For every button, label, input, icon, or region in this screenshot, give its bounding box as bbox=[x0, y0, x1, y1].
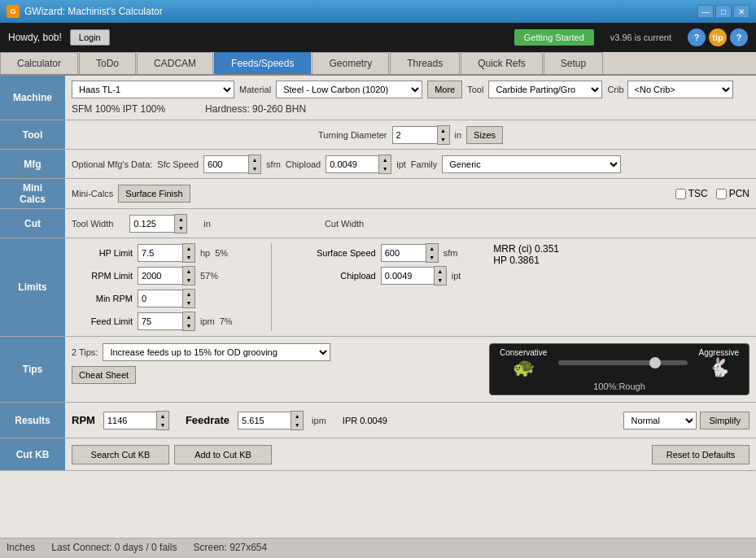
chipload-spinbox[interactable]: ▲ ▼ bbox=[326, 155, 391, 174]
surface-speed-input[interactable] bbox=[381, 244, 426, 262]
feed-limit-up[interactable]: ▲ bbox=[183, 312, 194, 321]
sizes-button[interactable]: Sizes bbox=[466, 126, 503, 144]
hp-limit-spinbox[interactable]: ▲ ▼ bbox=[138, 243, 195, 263]
hp-limit-up[interactable]: ▲ bbox=[183, 244, 194, 253]
tab-todo[interactable]: ToDo bbox=[79, 52, 136, 74]
feed-limit-input[interactable] bbox=[138, 312, 182, 330]
feedrate-down[interactable]: ▼ bbox=[291, 421, 303, 429]
tool-width-down[interactable]: ▼ bbox=[175, 224, 186, 233]
help-button-1[interactable]: ? bbox=[688, 28, 706, 46]
cutkb-content: Search Cut KB Add to Cut KB Reset to Def… bbox=[65, 438, 756, 470]
feedrate-up[interactable]: ▲ bbox=[291, 412, 303, 421]
hp-limit-down[interactable]: ▼ bbox=[183, 253, 194, 262]
sfc-speed-down[interactable]: ▼ bbox=[249, 164, 260, 173]
titlebar: G GWizard: Machinist's Calculator — □ ✕ bbox=[0, 0, 756, 23]
sfc-speed-input[interactable] bbox=[203, 155, 248, 173]
material-select[interactable]: Steel - Low Carbon (1020) bbox=[276, 81, 422, 98]
machine-select[interactable]: Haas TL-1 bbox=[72, 81, 234, 98]
tool-width-unit: in bbox=[203, 219, 211, 229]
tips-dropdown[interactable]: Increase feeds up to 15% for OD grooving bbox=[103, 343, 330, 361]
search-cutkb-button[interactable]: Search Cut KB bbox=[72, 445, 169, 464]
chipload-limits-label: Chipload bbox=[295, 271, 376, 281]
min-rpm-input[interactable] bbox=[138, 290, 182, 307]
close-button[interactable]: ✕ bbox=[733, 5, 749, 18]
tool-width-spinbox[interactable]: ▲ ▼ bbox=[129, 214, 187, 233]
chipload-limits-down[interactable]: ▼ bbox=[435, 276, 446, 285]
tab-cadcam[interactable]: CADCAM bbox=[137, 52, 213, 74]
surface-speed-down[interactable]: ▼ bbox=[426, 253, 438, 262]
tab-threads[interactable]: Threads bbox=[390, 52, 460, 74]
surface-speed-up[interactable]: ▲ bbox=[426, 244, 438, 253]
feed-limit-down[interactable]: ▼ bbox=[183, 321, 194, 330]
tool-section-label: Tool bbox=[0, 120, 65, 149]
simplify-button[interactable]: Simplify bbox=[700, 412, 749, 429]
turning-diameter-down[interactable]: ▼ bbox=[438, 135, 449, 144]
crib-select[interactable]: <No Crib> bbox=[627, 81, 733, 98]
minimize-button[interactable]: — bbox=[697, 5, 714, 18]
feedrate-input[interactable] bbox=[238, 412, 291, 429]
sfc-speed-up[interactable]: ▲ bbox=[249, 155, 260, 164]
min-rpm-spinbox[interactable]: ▲ ▼ bbox=[138, 289, 195, 308]
rpm-limit-down[interactable]: ▼ bbox=[183, 276, 194, 285]
rpm-result-spinbox[interactable]: ▲ ▼ bbox=[103, 411, 169, 430]
more-button[interactable]: More bbox=[427, 81, 462, 98]
login-button[interactable]: Login bbox=[70, 29, 110, 46]
tip-button[interactable]: tip bbox=[709, 28, 727, 46]
mrr-text: MRR (ci) 0.351 bbox=[493, 243, 559, 255]
hp-limit-input[interactable] bbox=[138, 244, 182, 262]
normal-select[interactable]: Normal bbox=[623, 412, 697, 429]
rpm-limit-input[interactable] bbox=[138, 267, 182, 285]
turning-diameter-up[interactable]: ▲ bbox=[438, 126, 449, 135]
slider-thumb[interactable] bbox=[649, 357, 661, 368]
tab-quick-refs[interactable]: Quick Refs bbox=[461, 52, 543, 74]
mini-calcs-content: Mini-Calcs Surface Finish TSC PCN bbox=[65, 179, 756, 208]
feedrate-spinbox[interactable]: ▲ ▼ bbox=[238, 411, 304, 430]
surface-finish-button[interactable]: Surface Finish bbox=[118, 185, 190, 203]
feed-limit-spinbox[interactable]: ▲ ▼ bbox=[138, 312, 195, 331]
chipload-limits-input[interactable] bbox=[381, 267, 434, 285]
rpm-down[interactable]: ▼ bbox=[157, 421, 168, 429]
rpm-result-label: RPM bbox=[72, 414, 95, 426]
turning-diameter-input[interactable] bbox=[392, 126, 437, 144]
tab-feeds-speeds[interactable]: Feeds/Speeds bbox=[214, 52, 311, 74]
cheat-sheet-button[interactable]: Cheat Sheet bbox=[72, 366, 136, 384]
chipload-limits-up[interactable]: ▲ bbox=[435, 267, 446, 276]
tab-calculator[interactable]: Calculator bbox=[0, 52, 78, 74]
rpm-limit-spinbox[interactable]: ▲ ▼ bbox=[138, 266, 195, 286]
min-rpm-down[interactable]: ▼ bbox=[183, 299, 194, 307]
window-controls[interactable]: — □ ✕ bbox=[697, 5, 749, 18]
chipload-limits-spinbox[interactable]: ▲ ▼ bbox=[381, 266, 447, 286]
crib-label: Crib bbox=[607, 85, 623, 94]
results-label: Results bbox=[0, 403, 65, 438]
pcn-checkbox[interactable] bbox=[716, 189, 727, 199]
tab-setup[interactable]: Setup bbox=[544, 52, 603, 74]
rpm-result-input[interactable] bbox=[103, 412, 156, 429]
chipload-input[interactable] bbox=[326, 155, 378, 173]
min-rpm-label: Min RPM bbox=[72, 294, 133, 303]
turning-diameter-spinbox[interactable]: ▲ ▼ bbox=[392, 125, 450, 145]
tsc-checkbox[interactable] bbox=[675, 189, 686, 199]
main-content: Machine Haas TL-1 Material Steel - Low C… bbox=[0, 76, 756, 538]
feed-limit-label: Feed Limit bbox=[72, 316, 133, 326]
help-button-2[interactable]: ? bbox=[730, 28, 748, 46]
maximize-button[interactable]: □ bbox=[715, 5, 732, 18]
topbar: Howdy, bob! Login Getting Started v3.96 … bbox=[0, 23, 756, 52]
add-cutkb-button[interactable]: Add to Cut KB bbox=[174, 445, 272, 464]
family-select[interactable]: Generic bbox=[442, 155, 621, 173]
min-rpm-up[interactable]: ▲ bbox=[183, 290, 194, 299]
results-section: Results RPM ▲ ▼ Feedrate ▲ ▼ ipm IPR 0.0… bbox=[0, 403, 756, 438]
tool-width-up[interactable]: ▲ bbox=[175, 215, 186, 224]
tab-geometry[interactable]: Geometry bbox=[312, 52, 389, 74]
getting-started-button[interactable]: Getting Started bbox=[514, 29, 594, 46]
sfc-speed-spinbox[interactable]: ▲ ▼ bbox=[203, 155, 261, 174]
rpm-limit-up[interactable]: ▲ bbox=[183, 267, 194, 276]
tool-select[interactable]: Carbide Parting/Gro bbox=[488, 81, 602, 98]
chipload-down[interactable]: ▼ bbox=[379, 164, 391, 173]
mini-calcs-section: Mini Calcs Mini-Calcs Surface Finish TSC… bbox=[0, 179, 756, 209]
machine-section: Machine Haas TL-1 Material Steel - Low C… bbox=[0, 76, 756, 120]
surface-speed-spinbox[interactable]: ▲ ▼ bbox=[381, 243, 439, 263]
reset-defaults-button[interactable]: Reset to Defaults bbox=[652, 445, 749, 464]
rpm-up[interactable]: ▲ bbox=[157, 412, 168, 421]
chipload-up[interactable]: ▲ bbox=[379, 155, 391, 164]
tool-width-input[interactable] bbox=[129, 215, 174, 233]
